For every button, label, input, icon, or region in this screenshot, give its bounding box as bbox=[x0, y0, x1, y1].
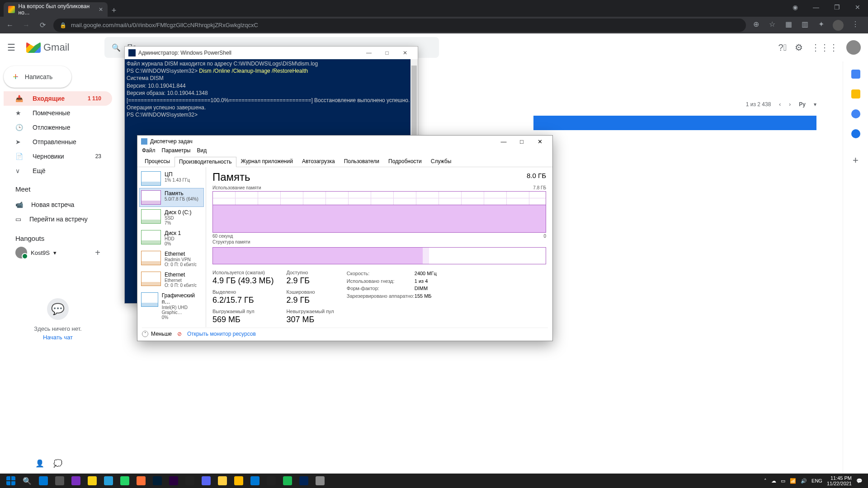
calendar-icon[interactable] bbox=[851, 70, 860, 79]
folder-Ещё[interactable]: ∨Ещё bbox=[4, 164, 112, 178]
tray-chevron-icon[interactable]: ˄ bbox=[764, 478, 767, 484]
hamburger-icon[interactable]: ☰ bbox=[7, 42, 18, 53]
taskbar-app[interactable] bbox=[198, 474, 214, 487]
add-app-icon[interactable]: + bbox=[853, 155, 859, 166]
taskbar-app[interactable] bbox=[247, 474, 263, 487]
wifi-icon[interactable]: 📶 bbox=[790, 478, 796, 484]
sidebar-item-Ethernet[interactable]: EthernetRadmin VPNО: 0 П: 0 кбит/с bbox=[139, 249, 204, 269]
forward-icon[interactable]: → bbox=[21, 21, 32, 29]
profile-avatar[interactable] bbox=[833, 20, 844, 31]
sidebar-item-ЦП[interactable]: ЦП1% 1.43 ГГц bbox=[139, 169, 204, 188]
maximize-icon[interactable]: ❐ bbox=[826, 0, 847, 14]
folder-Черновики[interactable]: 📄Черновики23 bbox=[4, 149, 112, 164]
join-meeting-button[interactable]: ▭Перейти на встречу bbox=[15, 212, 100, 226]
sidebar-item-Диск 0 (C:)[interactable]: Диск 0 (C:)SSD7% bbox=[139, 207, 204, 228]
close-icon[interactable]: ✕ bbox=[847, 0, 868, 14]
taskbar-app[interactable] bbox=[84, 474, 100, 487]
ext1-icon[interactable]: ▦ bbox=[784, 20, 793, 29]
battery-icon[interactable]: ▭ bbox=[781, 478, 785, 484]
browser-tab[interactable]: На вопрос был опубликован но… ✕ bbox=[4, 2, 108, 17]
menu-Параметры[interactable]: Параметры bbox=[162, 147, 191, 156]
search-button[interactable]: 🔍 bbox=[19, 474, 35, 487]
help-icon[interactable]: ?⃝ bbox=[778, 42, 787, 53]
collapse-button[interactable]: ˄Меньше bbox=[142, 331, 172, 337]
gmail-logo[interactable]: Gmail bbox=[26, 42, 69, 53]
taskbar-app[interactable] bbox=[214, 474, 231, 487]
taskbar-app[interactable] bbox=[35, 474, 52, 487]
tab-Процессы[interactable]: Процессы bbox=[140, 156, 175, 167]
record-icon[interactable]: ◉ bbox=[785, 0, 806, 14]
sidebar-item-Ethernet[interactable]: EthernetEthernetО: 0 П: 0 кбит/с bbox=[139, 269, 204, 290]
sound-icon[interactable]: 🔊 bbox=[801, 478, 807, 484]
taskbar-app[interactable] bbox=[296, 474, 312, 487]
minimize-icon[interactable]: — bbox=[495, 138, 513, 145]
sidebar-item-Графический п…[interactable]: Графический п…Intel(R) UHD Graphic…0% bbox=[139, 290, 204, 322]
menu-icon[interactable]: ⋮ bbox=[851, 20, 860, 29]
sidebar-item-Диск 1[interactable]: Диск 1HDD0% bbox=[139, 228, 204, 249]
taskbar-app[interactable] bbox=[231, 474, 247, 487]
keep-icon[interactable] bbox=[851, 89, 860, 99]
lang-badge[interactable]: Ру bbox=[799, 101, 806, 108]
tab-Пользователи[interactable]: Пользователи bbox=[340, 156, 384, 167]
folder-Отложенные[interactable]: 🕒Отложенные bbox=[4, 120, 112, 135]
folder-Помеченные[interactable]: ★Помеченные bbox=[4, 106, 112, 120]
tab-Службы[interactable]: Службы bbox=[426, 156, 456, 167]
minimize-icon[interactable]: — bbox=[360, 50, 378, 56]
minimize-icon[interactable]: — bbox=[806, 0, 826, 14]
notifications-icon[interactable]: 💬 bbox=[856, 478, 863, 484]
url-input[interactable]: 🔒 mail.google.com/mail/u/0/#inbox/FMfcgz… bbox=[53, 19, 746, 32]
open-resmon-link[interactable]: Открыть монитор ресурсов bbox=[187, 331, 256, 337]
start-button[interactable] bbox=[3, 474, 19, 487]
prev-icon[interactable]: ‹ bbox=[779, 101, 781, 108]
menu-Вид[interactable]: Вид bbox=[197, 147, 207, 156]
close-icon[interactable]: ✕ bbox=[396, 50, 414, 56]
account-avatar[interactable] bbox=[846, 40, 861, 55]
chat-icon[interactable]: 💭 bbox=[53, 459, 64, 470]
next-icon[interactable]: › bbox=[789, 101, 791, 108]
lang-indicator[interactable]: ENG bbox=[811, 478, 822, 483]
reload-icon[interactable]: ⟳ bbox=[37, 21, 48, 29]
extensions-icon[interactable]: ✦ bbox=[816, 20, 826, 29]
tab-Подробности[interactable]: Подробности bbox=[384, 156, 426, 167]
cloud-icon[interactable]: ☁ bbox=[771, 478, 776, 484]
person-icon[interactable]: 👤 bbox=[35, 459, 46, 470]
taskbar-app[interactable] bbox=[165, 474, 182, 487]
chevron-down-icon[interactable]: ▾ bbox=[814, 101, 816, 108]
taskbar-app[interactable] bbox=[117, 474, 133, 487]
folder-Отправленные[interactable]: ➤Отправленные bbox=[4, 135, 112, 149]
tab-Производительность[interactable]: Производительность bbox=[175, 157, 236, 167]
contacts-icon[interactable] bbox=[851, 129, 860, 138]
taskbar-app[interactable] bbox=[52, 474, 68, 487]
taskbar-app[interactable] bbox=[279, 474, 296, 487]
settings-icon[interactable]: ⚙ bbox=[795, 42, 803, 53]
task-manager-window[interactable]: Диспетчер задач — □ ✕ ФайлПараметрыВид П… bbox=[137, 135, 553, 341]
zoom-icon[interactable]: ⊕ bbox=[751, 20, 760, 29]
back-icon[interactable]: ← bbox=[5, 21, 15, 29]
clock[interactable]: 11:45 PM11/22/2021 bbox=[827, 475, 852, 486]
taskbar-app[interactable] bbox=[133, 474, 149, 487]
maximize-icon[interactable]: □ bbox=[378, 50, 396, 56]
taskbar-app[interactable] bbox=[182, 474, 198, 487]
tm-titlebar[interactable]: Диспетчер задач — □ ✕ bbox=[137, 136, 552, 147]
taskbar-app[interactable] bbox=[100, 474, 117, 487]
tab-Автозагрузка[interactable]: Автозагрузка bbox=[297, 156, 340, 167]
maximize-icon[interactable]: □ bbox=[513, 138, 531, 145]
taskbar-app[interactable] bbox=[68, 474, 84, 487]
menu-Файл[interactable]: Файл bbox=[142, 147, 156, 156]
folder-Входящие[interactable]: 📥Входящие1 110 bbox=[4, 91, 112, 106]
tab-Журнал приложений[interactable]: Журнал приложений bbox=[236, 156, 297, 167]
taskbar-app[interactable] bbox=[149, 474, 165, 487]
sidebar-item-Память[interactable]: Память5.0/7.8 ГБ (64%) bbox=[139, 188, 204, 207]
add-chat-icon[interactable]: + bbox=[95, 248, 100, 258]
new-tab-button[interactable]: + bbox=[108, 4, 120, 17]
close-icon[interactable]: ✕ bbox=[531, 138, 549, 145]
new-meeting-button[interactable]: 📹Новая встреча bbox=[15, 197, 100, 212]
close-tab-icon[interactable]: ✕ bbox=[99, 6, 103, 13]
tasks-icon[interactable] bbox=[851, 109, 860, 118]
taskbar-app[interactable] bbox=[312, 474, 328, 487]
start-chat-link[interactable]: Начать чат bbox=[15, 334, 100, 341]
ps-titlebar[interactable]: Администратор: Windows PowerShell — □ ✕ bbox=[125, 47, 418, 59]
ext2-icon[interactable]: ▥ bbox=[800, 20, 809, 29]
apps-icon[interactable]: ⋮⋮⋮ bbox=[811, 42, 838, 53]
compose-button[interactable]: + Написать bbox=[4, 66, 71, 88]
